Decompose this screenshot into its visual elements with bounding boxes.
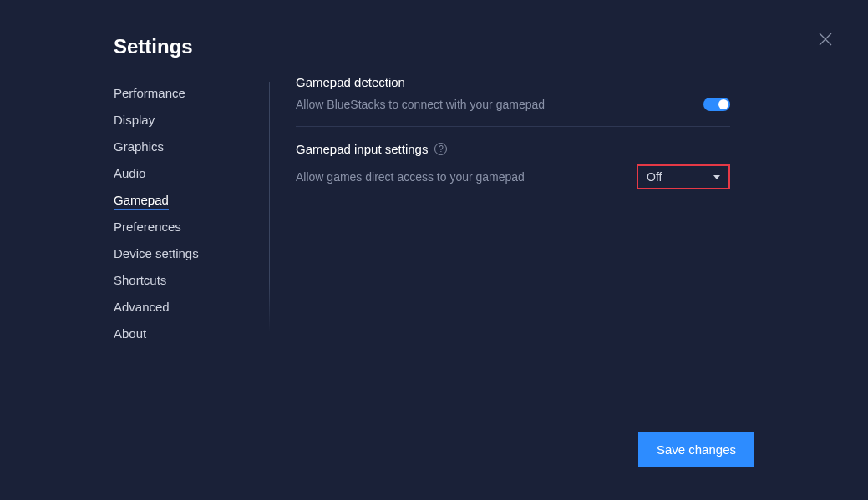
sidebar-item-label: Audio — [114, 166, 145, 180]
section-divider — [296, 126, 730, 127]
sidebar-item-display[interactable]: Display — [114, 106, 251, 133]
settings-content: Gamepad detection Allow BlueStacks to co… — [296, 75, 730, 205]
sidebar-item-label: Gamepad — [114, 193, 169, 210]
sidebar-item-label: Display — [114, 113, 155, 127]
sidebar-item-device-settings[interactable]: Device settings — [114, 240, 251, 266]
sidebar-item-audio[interactable]: Audio — [114, 159, 251, 186]
save-changes-button[interactable]: Save changes — [638, 432, 754, 467]
sidebar-item-label: Preferences — [114, 220, 181, 234]
sidebar-item-about[interactable]: About — [114, 320, 251, 346]
gamepad-input-section: Gamepad input settings ? Allow games dir… — [296, 142, 730, 189]
sidebar-item-label: Shortcuts — [114, 273, 166, 287]
sidebar-item-preferences[interactable]: Preferences — [114, 213, 251, 240]
section-title-text: Gamepad input settings — [296, 142, 428, 156]
toggle-knob — [718, 99, 728, 109]
detection-label: Allow BlueStacks to connect with your ga… — [296, 98, 545, 111]
section-title: Gamepad input settings ? — [296, 142, 730, 156]
input-row: Allow games direct access to your gamepa… — [296, 164, 730, 189]
dropdown-value: Off — [647, 170, 662, 184]
sidebar-item-label: Device settings — [114, 246, 199, 260]
close-icon — [818, 32, 833, 47]
sidebar-divider — [269, 82, 270, 332]
sidebar-item-advanced[interactable]: Advanced — [114, 293, 251, 320]
sidebar-item-label: Performance — [114, 86, 185, 100]
sidebar-item-shortcuts[interactable]: Shortcuts — [114, 266, 251, 293]
help-icon[interactable]: ? — [434, 143, 447, 155]
sidebar-item-label: Advanced — [114, 300, 170, 314]
settings-sidebar: Performance Display Graphics Audio Gamep… — [114, 79, 251, 346]
gamepad-detection-toggle[interactable] — [703, 98, 730, 111]
sidebar-item-label: About — [114, 326, 146, 341]
sidebar-item-graphics[interactable]: Graphics — [114, 133, 251, 159]
input-label: Allow games direct access to your gamepa… — [296, 170, 525, 184]
sidebar-item-label: Graphics — [114, 139, 164, 154]
chevron-down-icon — [713, 175, 720, 179]
sidebar-item-performance[interactable]: Performance — [114, 79, 251, 106]
sidebar-item-gamepad[interactable]: Gamepad — [114, 186, 251, 213]
section-title: Gamepad detection — [296, 75, 730, 89]
direct-access-dropdown[interactable]: Off — [637, 164, 730, 189]
gamepad-detection-section: Gamepad detection Allow BlueStacks to co… — [296, 75, 730, 111]
detection-row: Allow BlueStacks to connect with your ga… — [296, 98, 730, 111]
page-title: Settings — [114, 35, 193, 58]
close-button[interactable] — [818, 32, 833, 47]
